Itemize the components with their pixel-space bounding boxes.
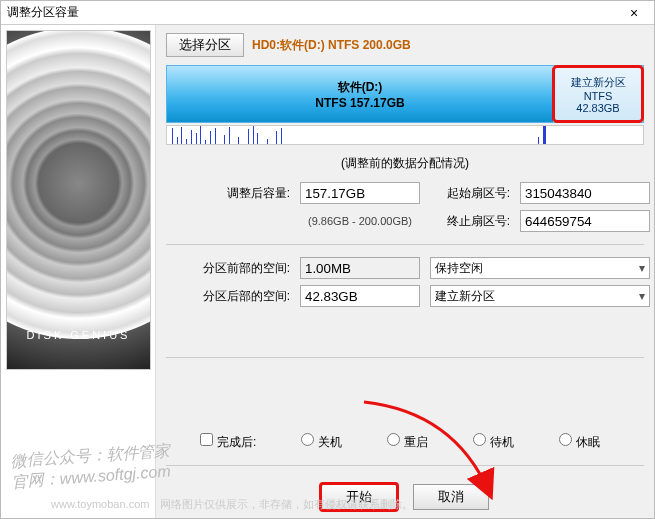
space-grid: 分区前部的空间: 保持空闲 分区后部的空间: 建立新分区: [180, 257, 630, 307]
partition-new-size: 42.83GB: [576, 102, 619, 114]
after-finish-row: 完成后: 关机 重启 待机 休眠: [166, 424, 644, 466]
capacity-range-hint: (9.86GB - 200.00GB): [300, 215, 420, 227]
partition-new-highlighted[interactable]: 建立新分区 NTFS 42.83GB: [553, 66, 643, 122]
input-start-sector[interactable]: [520, 182, 650, 204]
dialog-window: 调整分区容量 × 选择分区 HD0:软件(D:) NTFS 200.0GB 软件…: [0, 0, 655, 519]
label-space-before: 分区前部的空间:: [180, 260, 290, 277]
selected-disk-label: HD0:软件(D:) NTFS 200.0GB: [252, 37, 411, 54]
select-after-value: 建立新分区: [435, 288, 495, 305]
titlebar: 调整分区容量 ×: [1, 1, 654, 25]
input-end-sector[interactable]: [520, 210, 650, 232]
select-before-action[interactable]: 保持空闲: [430, 257, 650, 279]
select-partition-button[interactable]: 选择分区: [166, 33, 244, 57]
label-start-sector: 起始扇区号:: [430, 185, 510, 202]
checkbox-after-finish[interactable]: 完成后:: [196, 430, 256, 451]
partition-new-title: 建立新分区: [571, 75, 626, 90]
label-adjusted-capacity: 调整后容量:: [180, 185, 290, 202]
radio-restart[interactable]: 重启: [382, 430, 428, 451]
partition-bar[interactable]: 软件(D:) NTFS 157.17GB 建立新分区 NTFS 42.83GB: [166, 65, 644, 123]
form-grid: 调整后容量: 起始扇区号: (9.86GB - 200.00GB) 终止扇区号:: [180, 182, 630, 232]
label-space-after: 分区后部的空间:: [180, 288, 290, 305]
radio-standby[interactable]: 待机: [468, 430, 514, 451]
cancel-button[interactable]: 取消: [413, 484, 489, 510]
partition-main-size: NTFS 157.17GB: [315, 96, 404, 110]
partition-main-name: 软件(D:): [338, 79, 383, 96]
main-panel: 选择分区 HD0:软件(D:) NTFS 200.0GB 软件(D:) NTFS…: [156, 25, 654, 518]
start-button[interactable]: 开始: [321, 484, 397, 510]
close-icon[interactable]: ×: [620, 5, 648, 21]
select-after-action[interactable]: 建立新分区: [430, 285, 650, 307]
select-before-value: 保持空闲: [435, 260, 483, 277]
footer-area: 完成后: 关机 重启 待机 休眠 开始 取消: [156, 424, 654, 510]
input-adjusted-capacity[interactable]: [300, 182, 420, 204]
radio-hibernate[interactable]: 休眠: [554, 430, 600, 451]
partition-new-fs: NTFS: [584, 90, 613, 102]
disk-illustration: [6, 30, 151, 370]
input-space-before[interactable]: [300, 257, 420, 279]
sidebar: [1, 25, 156, 518]
window-title: 调整分区容量: [7, 4, 620, 21]
usage-strip: [166, 125, 644, 145]
label-end-sector: 终止扇区号:: [430, 213, 510, 230]
radio-shutdown[interactable]: 关机: [296, 430, 342, 451]
input-space-after[interactable]: [300, 285, 420, 307]
partition-main[interactable]: 软件(D:) NTFS 157.17GB: [167, 66, 553, 122]
section-title: (调整前的数据分配情况): [166, 155, 644, 172]
